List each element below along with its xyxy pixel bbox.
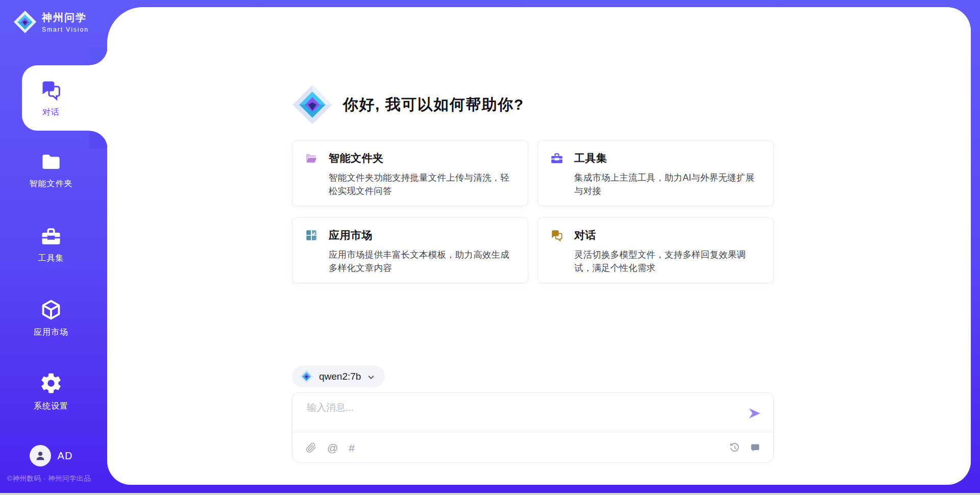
sidebar-item-toolset[interactable]: 工具集 bbox=[0, 226, 102, 264]
main-panel: 你好, 我可以如何帮助你? 智能文件夹 智能文件夹功能支持批量文件上传与清洗，轻… bbox=[107, 7, 971, 485]
composer-toolbar: @ # bbox=[292, 432, 773, 463]
mention-icon[interactable]: @ bbox=[327, 442, 338, 453]
card-description: 集成市场上主流工具，助力AI与外界无缝扩展与对接 bbox=[574, 171, 761, 198]
sidebar-item-smart-folder[interactable]: 智能文件夹 bbox=[0, 151, 102, 189]
app-logo-icon bbox=[292, 84, 333, 125]
copyright-text: ©神州数码 · 神州问学出品 bbox=[7, 474, 107, 483]
sidebar-item-label: 智能文件夹 bbox=[0, 179, 102, 189]
sidebar-item-label: 应用市场 bbox=[0, 327, 102, 338]
card-description: 应用市场提供丰富长文本模板，助力高效生成多样化文章内容 bbox=[329, 248, 516, 275]
message-composer: 输入消息... @ # bbox=[292, 392, 774, 463]
card-smart-folder[interactable]: 智能文件夹 智能文件夹功能支持批量文件上传与清洗，轻松实现文件问答 bbox=[292, 140, 528, 206]
hash-icon[interactable]: # bbox=[349, 442, 355, 453]
card-title: 应用市场 bbox=[329, 228, 373, 242]
card-chat[interactable]: 对话 灵活切换多模型文件，支持多样回复效果调试，满足个性化需求 bbox=[537, 217, 774, 283]
user-initials: AD bbox=[58, 450, 73, 462]
sidebar-item-settings[interactable]: 系统设置 bbox=[0, 372, 102, 412]
sidebar-item-label: 对话 bbox=[42, 107, 60, 118]
composer-toolbar-right bbox=[729, 442, 761, 453]
model-logo-icon bbox=[300, 369, 313, 383]
attachment-icon[interactable] bbox=[305, 442, 316, 453]
tab-curve-top bbox=[89, 47, 108, 65]
greeting-text: 你好, 我可以如何帮助你? bbox=[343, 94, 524, 115]
folder-icon bbox=[305, 152, 318, 165]
brand-text: 神州问学 Smart Vision bbox=[42, 11, 89, 33]
card-toolset[interactable]: 工具集 集成市场上主流工具，助力AI与外界无缝扩展与对接 bbox=[537, 140, 774, 206]
brand-name: 神州问学 bbox=[42, 11, 89, 24]
input-placeholder: 输入消息... bbox=[307, 401, 354, 414]
sidebar-item-chat[interactable]: 对话 bbox=[22, 65, 108, 131]
sidebar-item-label: 工具集 bbox=[0, 253, 102, 264]
model-name: qwen2:7b bbox=[319, 371, 361, 382]
send-button[interactable] bbox=[747, 406, 762, 420]
greeting: 你好, 我可以如何帮助你? bbox=[292, 84, 524, 125]
feature-cards: 智能文件夹 智能文件夹功能支持批量文件上传与清洗，轻松实现文件问答 bbox=[292, 140, 774, 283]
model-selector[interactable]: qwen2:7b bbox=[292, 365, 385, 387]
message-icon[interactable] bbox=[749, 442, 761, 453]
card-title: 工具集 bbox=[574, 151, 607, 165]
avatar bbox=[30, 445, 51, 466]
cube-icon bbox=[40, 299, 62, 323]
brand-logo-icon bbox=[13, 10, 37, 34]
sidebar: 神州问学 Smart Vision 对话 智能文件夹 bbox=[0, 0, 107, 495]
window-bottom-edge bbox=[0, 493, 980, 495]
sidebar-item-app-market[interactable]: 应用市场 bbox=[0, 299, 102, 338]
toolbox-icon bbox=[550, 152, 564, 165]
card-description: 智能文件夹功能支持批量文件上传与清洗，轻松实现文件问答 bbox=[329, 171, 516, 198]
app-window: 神州问学 Smart Vision 对话 智能文件夹 bbox=[0, 0, 980, 495]
chat-icon bbox=[40, 79, 62, 103]
chat-icon bbox=[550, 229, 564, 242]
brand: 神州问学 Smart Vision bbox=[13, 10, 89, 34]
sidebar-item-label: 系统设置 bbox=[0, 401, 102, 412]
person-icon bbox=[34, 450, 46, 462]
brand-subtitle: Smart Vision bbox=[42, 26, 89, 33]
card-title: 智能文件夹 bbox=[329, 151, 384, 165]
toolbox-icon bbox=[40, 226, 62, 249]
send-icon bbox=[747, 406, 762, 420]
message-input[interactable]: 输入消息... bbox=[292, 393, 773, 432]
card-description: 灵活切换多模型文件，支持多样回复效果调试，满足个性化需求 bbox=[574, 248, 761, 275]
gear-icon bbox=[39, 372, 63, 397]
card-title: 对话 bbox=[574, 228, 596, 242]
user-profile[interactable]: AD bbox=[0, 445, 102, 466]
main-content: 你好, 我可以如何帮助你? 智能文件夹 智能文件夹功能支持批量文件上传与清洗，轻… bbox=[292, 7, 774, 485]
card-app-market[interactable]: 应用市场 应用市场提供丰富长文本模板，助力高效生成多样化文章内容 bbox=[292, 217, 528, 283]
folder-icon bbox=[40, 151, 62, 175]
grid-icon bbox=[305, 229, 318, 242]
tab-curve-bottom bbox=[89, 131, 108, 149]
chevron-down-icon bbox=[366, 373, 376, 382]
history-icon[interactable] bbox=[729, 442, 740, 453]
